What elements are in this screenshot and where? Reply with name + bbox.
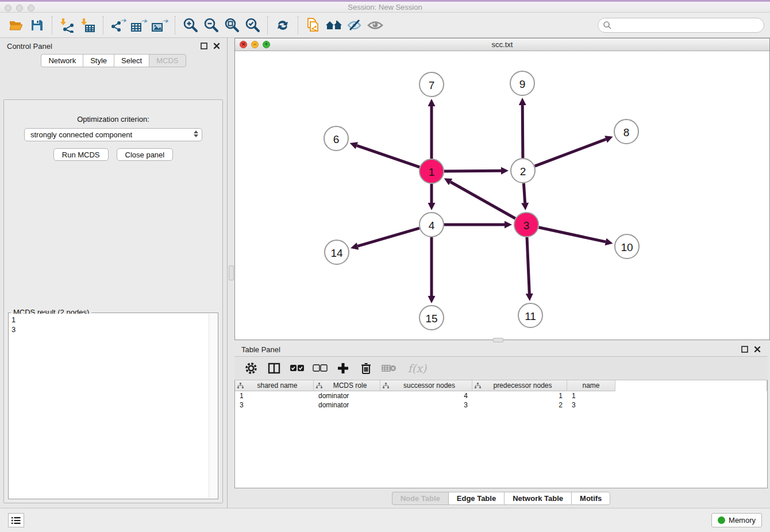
- cell-name[interactable]: 3: [567, 400, 615, 410]
- tab-select[interactable]: Select: [114, 54, 149, 67]
- tab-motifs[interactable]: Motifs: [571, 492, 610, 505]
- graph-edge-3-1[interactable]: [451, 182, 515, 219]
- zoom-fit-button[interactable]: [221, 16, 242, 35]
- table-row[interactable]: 1 dominator 4 1 1: [235, 391, 767, 400]
- function-builder-button[interactable]: f(x): [402, 359, 432, 377]
- function-icon: f(x): [408, 362, 427, 375]
- graph-edge-2-9[interactable]: [522, 105, 523, 158]
- graph-node-label: 1: [429, 166, 435, 178]
- search-input[interactable]: [598, 18, 764, 33]
- control-panel-tabs: Network Style Select MCDS: [0, 54, 227, 67]
- result-scrollbar[interactable]: [209, 314, 217, 498]
- toolbar-separator: [52, 16, 52, 34]
- delete-column-button[interactable]: [356, 359, 376, 377]
- graph-edge-2-3[interactable]: [523, 183, 525, 203]
- unchecked-boxes-icon: [313, 364, 328, 372]
- control-panel-title: Control Panel: [7, 42, 52, 51]
- tab-edge-table[interactable]: Edge Table: [448, 492, 504, 505]
- column-header-shared-name[interactable]: shared name: [235, 380, 314, 391]
- close-network-icon[interactable]: ✕: [240, 41, 247, 48]
- close-window-icon[interactable]: [5, 5, 11, 11]
- maximize-window-icon[interactable]: [28, 5, 34, 11]
- copy-network-button[interactable]: [303, 16, 324, 35]
- criterion-dropdown[interactable]: strongly connected component: [24, 128, 202, 141]
- tab-network-table[interactable]: Network Table: [504, 492, 571, 505]
- refresh-view-button[interactable]: [272, 16, 293, 35]
- graph-edge-1-6[interactable]: [357, 145, 419, 167]
- list-icon: [11, 516, 21, 525]
- graph-edge-1-2[interactable]: [444, 171, 501, 171]
- vertical-splitter-handle[interactable]: [229, 265, 234, 280]
- task-history-button[interactable]: [8, 513, 24, 527]
- column-view-button[interactable]: [264, 359, 284, 377]
- zoom-selected-button[interactable]: [242, 16, 263, 35]
- table-row[interactable]: 3 dominator 3 2 3: [235, 400, 767, 410]
- float-table-panel-icon[interactable]: [741, 346, 748, 353]
- column-header-successor-nodes[interactable]: successor nodes: [380, 380, 472, 391]
- delete-table-button[interactable]: [379, 359, 399, 377]
- column-header-predecessor-nodes[interactable]: predecessor nodes: [472, 380, 567, 391]
- result-line: 1: [11, 315, 206, 325]
- cell-shared-name[interactable]: 3: [235, 400, 314, 410]
- close-panel-icon[interactable]: [213, 43, 220, 49]
- float-panel-icon[interactable]: [201, 43, 207, 49]
- hide-selected-button[interactable]: [344, 16, 365, 35]
- close-panel-button[interactable]: Close panel: [117, 148, 174, 161]
- mcds-panel: Optimization criterion: strongly connect…: [3, 99, 223, 503]
- run-mcds-button[interactable]: Run MCDS: [53, 148, 109, 161]
- import-table-button[interactable]: [78, 16, 98, 35]
- network-canvas[interactable]: 7968124314101511: [235, 51, 769, 340]
- cell-mcds-role[interactable]: dominator: [314, 391, 380, 400]
- graph-node-label: 10: [621, 241, 633, 253]
- zoom-in-button[interactable]: [180, 16, 201, 35]
- cell-successor-nodes[interactable]: 4: [380, 391, 472, 400]
- add-column-button[interactable]: [333, 359, 353, 377]
- window-traffic-lights: [5, 5, 34, 11]
- graph-node-label: 2: [520, 165, 526, 178]
- main-toolbar: [0, 13, 770, 38]
- graph-node-label: 8: [623, 126, 630, 138]
- table-settings-button[interactable]: [241, 359, 261, 377]
- network-graph: 7968124314101511: [235, 51, 769, 340]
- graph-edge-2-8[interactable]: [535, 139, 606, 166]
- cell-mcds-role[interactable]: dominator: [314, 400, 380, 410]
- graph-edge-3-11[interactable]: [527, 237, 529, 294]
- export-network-button[interactable]: [108, 16, 129, 35]
- column-header-name[interactable]: name: [567, 380, 615, 391]
- export-image-button[interactable]: [149, 16, 170, 35]
- tab-mcds[interactable]: MCDS: [149, 54, 186, 67]
- houses-icon: [325, 18, 343, 33]
- close-table-panel-icon[interactable]: [754, 346, 761, 353]
- open-file-button[interactable]: [6, 16, 26, 35]
- select-all-columns-button[interactable]: [287, 359, 307, 377]
- memory-button[interactable]: Memory: [711, 513, 762, 527]
- export-table-button[interactable]: [129, 16, 149, 35]
- save-icon: [30, 18, 44, 32]
- zoom-fit-icon: [224, 17, 240, 33]
- cell-name[interactable]: 1: [567, 391, 615, 400]
- graph-node-label: 7: [429, 79, 435, 91]
- tab-node-table[interactable]: Node Table: [392, 492, 448, 505]
- optimization-criterion-label: Optimization criterion:: [4, 115, 222, 124]
- tab-style[interactable]: Style: [83, 54, 114, 67]
- cell-predecessor-nodes[interactable]: 2: [472, 400, 567, 410]
- tab-network[interactable]: Network: [41, 54, 83, 67]
- cell-successor-nodes[interactable]: 3: [380, 400, 472, 410]
- unselect-all-columns-button[interactable]: [310, 359, 330, 377]
- cell-shared-name[interactable]: 1: [235, 391, 314, 400]
- home-layout-button[interactable]: [324, 16, 344, 35]
- save-session-button[interactable]: [26, 16, 47, 35]
- show-all-button[interactable]: [365, 16, 386, 35]
- maximize-network-icon[interactable]: +: [263, 41, 270, 48]
- mcds-result-text[interactable]: 1 3: [9, 314, 209, 498]
- graph-edge-3-10[interactable]: [539, 228, 606, 242]
- toolbar-separator: [267, 16, 268, 34]
- column-header-mcds-role[interactable]: MCDS role: [314, 380, 380, 391]
- minimize-window-icon[interactable]: [16, 5, 23, 11]
- zoom-out-button[interactable]: [201, 16, 221, 35]
- minimize-network-icon[interactable]: −: [251, 41, 259, 48]
- cell-predecessor-nodes[interactable]: 1: [472, 391, 567, 400]
- horizontal-splitter-handle[interactable]: [493, 338, 503, 342]
- graph-edge-4-14[interactable]: [358, 228, 419, 246]
- import-network-button[interactable]: [57, 16, 78, 35]
